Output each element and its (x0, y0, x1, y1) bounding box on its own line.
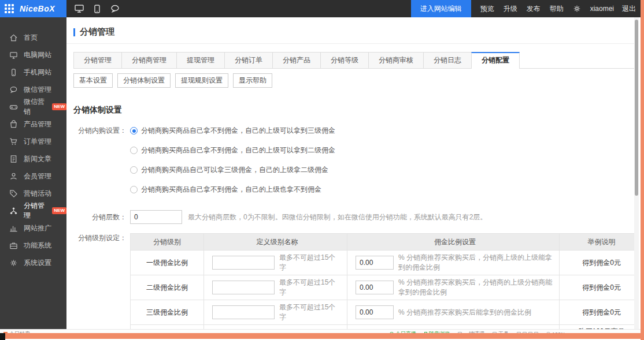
enter-site-editor-button[interactable]: 进入网站编辑 (411, 0, 471, 17)
page-header: 分销管理 (66, 17, 634, 44)
sidebar-item-promotion[interactable]: 网站推广 (0, 219, 66, 237)
sidebar-item-pc-site[interactable]: 电脑网站 (0, 46, 66, 63)
radio-unselected-icon[interactable] (130, 147, 138, 154)
sidebar-item-functions[interactable]: 功能系统 (0, 237, 66, 254)
sidebar: 首页 电脑网站 手机网站 微信管理 微信营销 NEW 产品管理 订单管理 (0, 17, 66, 330)
desktop-icon (9, 51, 18, 59)
topbar-right: 进入网站编辑 预览 升级 发布 帮助 xiaomei 退出 (411, 0, 644, 17)
level3-name-input[interactable] (212, 305, 275, 319)
tab-withdrawal-mgmt[interactable]: 提现管理 (176, 52, 224, 68)
show-help-button[interactable]: 显示帮助 (233, 73, 272, 88)
sidebar-item-mobile-site[interactable]: 手机网站 (0, 63, 66, 81)
level2-name-input[interactable] (212, 281, 275, 294)
tab-distribution-products[interactable]: 分销产品 (272, 52, 320, 68)
sidebar-item-members[interactable]: 会员管理 (0, 167, 66, 185)
rate-desc: % 分销商推荐买家购买后，分销商上级的上级能拿到的佣金比例 (398, 253, 554, 272)
home-icon (9, 33, 18, 42)
tab-distribution-orders[interactable]: 分销订单 (224, 52, 272, 68)
level2-rate-input[interactable] (356, 281, 394, 294)
new-badge: NEW (52, 207, 66, 214)
sidebar-item-wechat-marketing[interactable]: 微信营销 NEW (0, 98, 66, 115)
level3-rate-input[interactable] (356, 305, 394, 319)
wechat-view-icon[interactable] (110, 5, 120, 13)
sidebar-item-label: 订单管理 (24, 137, 51, 147)
sidebar-item-orders[interactable]: 订单管理 (0, 133, 66, 150)
sidebar-item-label: 新闻文章 (24, 154, 51, 164)
window-border-bottom (3, 333, 644, 339)
grade-setting-row: 分销级别设定： 分销级别 定义级别名称 佣金比例设置 举例说明 一级佣金比例 最… (73, 233, 634, 329)
app-window: NiceBoX 进入网站编辑 预览 升级 发布 帮助 xiaomei 退出 首页… (0, 0, 644, 340)
tab-distributor-mgmt[interactable]: 分销商管理 (121, 52, 176, 68)
radio-option-4[interactable]: 分销商购买商品自己拿不到佣金，自己的上级也拿不到佣金 (130, 185, 335, 195)
rate-desc: % 分销商推荐买家购买后能拿到的佣金比例 (398, 308, 531, 317)
username-label[interactable]: xiaomei (590, 5, 614, 13)
radio-option-2[interactable]: 分销商购买商品自己拿不到佣金，自己的上级可以拿到二级佣金 (130, 145, 335, 155)
example-cell: 得到佣金0元 (559, 300, 634, 324)
browser-status-bar: 今日特卖 今日直播 随意浏览 一键清理 工具 (0, 329, 644, 333)
sidebar-item-label: 功能系统 (24, 241, 51, 251)
vertical-scrollbar[interactable] (634, 17, 639, 329)
sidebar-item-wechat-mgmt[interactable]: 微信管理 (0, 81, 66, 98)
table-row-level2: 二级佣金比例 最多不可超过15个字 % 分销商推荐买家购买后，分销商的上级分销商… (131, 275, 634, 300)
scrollbar-thumb[interactable] (635, 20, 638, 196)
col-header-rate: 佣金比例设置 (347, 234, 559, 250)
tab-distribution-mgmt[interactable]: 分销管理 (73, 52, 121, 68)
logo-area[interactable]: NiceBoX (0, 0, 66, 17)
wechat-icon (9, 85, 18, 94)
window-border-right (641, 0, 644, 340)
basic-settings-button[interactable]: 基本设置 (73, 73, 113, 88)
level-cell: 一级佣金比例 (131, 251, 203, 275)
apps-grid-icon[interactable] (5, 4, 14, 13)
tab-distribution-logs[interactable]: 分销日志 (423, 52, 471, 68)
radio-unselected-icon[interactable] (130, 186, 138, 193)
sidebar-item-label: 手机网站 (24, 68, 51, 77)
share-tree-icon (9, 207, 18, 215)
user-icon (9, 172, 18, 181)
level1-name-input[interactable] (212, 256, 275, 270)
sidebar-item-label: 电脑网站 (24, 50, 51, 60)
bag-icon (9, 120, 18, 129)
level1-rate-input[interactable] (356, 256, 394, 270)
sidebar-item-marketing[interactable]: 营销活动 (0, 185, 66, 202)
tab-distribution-levels[interactable]: 分销等级 (320, 52, 368, 68)
settings-gear-icon[interactable] (573, 5, 581, 13)
radio-option-1[interactable]: 分销商购买商品自己拿不到佣金，自己的上级可以拿到三级佣金 (130, 126, 335, 136)
radio-unselected-icon[interactable] (130, 166, 138, 174)
table-row-level1: 一级佣金比例 最多不可超过15个字 % 分销商推荐买家购买后，分销商上级的上级能… (131, 250, 634, 275)
sub-button-row: 基本设置 分销体制设置 提现规则设置 显示帮助 (73, 73, 634, 88)
desktop-view-icon[interactable] (75, 5, 84, 13)
sidebar-item-label: 微信营销 (24, 97, 49, 117)
tab-distributor-review[interactable]: 分销商审核 (368, 52, 423, 68)
buyer-name-cell: - (203, 325, 347, 329)
table-row-level3: 三级佣金比例 最多不可超过15个字 % 分销商推荐买家购买后能拿到的佣金比例 得… (131, 300, 634, 324)
radio-selected-icon[interactable] (130, 127, 138, 134)
new-badge: NEW (52, 103, 66, 110)
buyer-desc-cell: 直接购买商品的买家，无佣金 (347, 325, 559, 329)
withdrawal-rules-button[interactable]: 提现规则设置 (175, 73, 228, 88)
sidebar-item-system-settings[interactable]: 系统设置 (0, 254, 66, 271)
title-accent-bar (73, 28, 75, 36)
logout-link[interactable]: 退出 (622, 4, 636, 14)
table-row-buyer: 买家 - 直接购买商品的买家，无佣金 购买100元商品 （不包含运费等其它费用） (131, 324, 634, 329)
sidebar-item-home[interactable]: 首页 (0, 29, 66, 46)
sidebar-item-label: 首页 (24, 33, 38, 43)
distribution-system-settings-button[interactable]: 分销体制设置 (117, 73, 171, 88)
sidebar-item-distribution[interactable]: 分销管理 NEW (0, 202, 66, 219)
upgrade-link[interactable]: 升级 (504, 4, 517, 14)
radio-option-3[interactable]: 分销商购买商品自己可以拿三级佣金，自己的上级拿二级佣金 (130, 165, 335, 175)
tab-distribution-config[interactable]: 分销配置 (471, 52, 520, 69)
sidebar-item-news[interactable]: 新闻文章 (0, 150, 66, 167)
levels-input[interactable] (130, 210, 182, 224)
sidebar-item-label: 产品管理 (24, 119, 51, 129)
publish-link[interactable]: 发布 (527, 4, 541, 14)
mobile-view-icon[interactable] (94, 5, 100, 13)
sidebar-item-label: 网站推广 (24, 223, 51, 233)
help-link[interactable]: 帮助 (550, 4, 564, 14)
tag-icon (9, 189, 18, 198)
briefcase-icon (9, 241, 18, 250)
name-length-hint: 最多不可超过15个字 (279, 253, 342, 272)
grade-label: 分销级别设定： (73, 233, 127, 329)
gamepad-icon (9, 103, 18, 111)
sidebar-item-products[interactable]: 产品管理 (0, 115, 66, 133)
preview-link[interactable]: 预览 (480, 4, 494, 14)
